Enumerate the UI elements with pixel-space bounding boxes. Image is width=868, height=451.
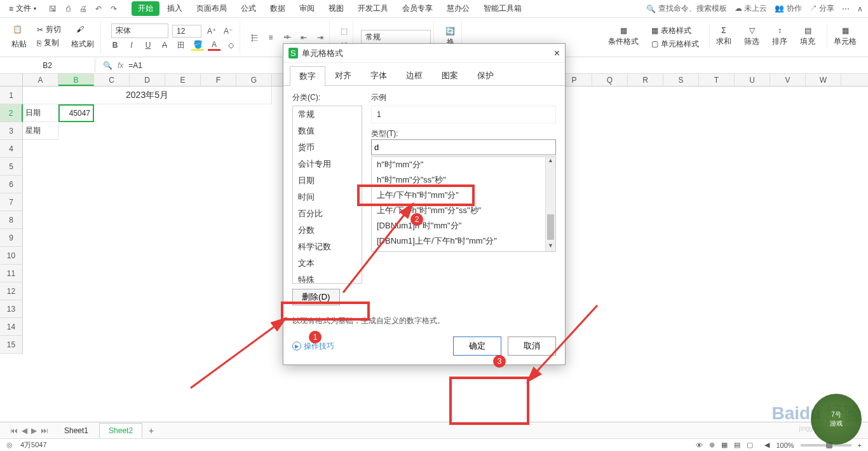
paste-button[interactable]: 📋 粘贴	[8, 24, 31, 51]
table-style-button[interactable]: ▦表格样式	[649, 25, 702, 37]
tips-link[interactable]: ▶ 操作技巧	[292, 341, 334, 352]
row-header[interactable]: 15	[0, 336, 23, 354]
cell-title[interactable]: 2023年5月	[23, 87, 272, 104]
type-input[interactable]	[371, 139, 556, 155]
col-header[interactable]: R	[628, 74, 663, 86]
collapse-icon[interactable]: ∧	[857, 4, 863, 13]
sheet-nav-first-icon[interactable]: ⏮	[10, 426, 18, 435]
category-item[interactable]: 分数	[293, 222, 362, 239]
row-header[interactable]: 9	[0, 229, 23, 247]
scroll-thumb[interactable]	[547, 214, 554, 240]
row-header[interactable]: 13	[0, 300, 23, 318]
category-item[interactable]: 时间	[293, 189, 362, 205]
row-header[interactable]: 11	[0, 265, 23, 282]
col-header[interactable]: W	[806, 74, 841, 86]
italic-icon[interactable]: I	[125, 39, 138, 51]
formula-input[interactable]: =A1	[128, 61, 142, 70]
row-header[interactable]: 12	[0, 282, 23, 300]
row-header[interactable]: 1	[0, 87, 23, 104]
view-custom-icon[interactable]: ▢	[747, 441, 753, 449]
category-item[interactable]: 数值	[293, 123, 362, 139]
coop-button[interactable]: 👥 协作	[775, 3, 801, 14]
format-item[interactable]: h"时"mm"分"ss"秒"	[372, 172, 555, 188]
view-page-icon[interactable]: ▤	[734, 441, 740, 449]
select-all-corner[interactable]	[0, 74, 23, 86]
cell[interactable]: 星期	[23, 122, 58, 140]
category-item[interactable]: 日期	[293, 172, 362, 189]
cell[interactable]: 日期	[23, 104, 58, 122]
dialog-tab-number[interactable]: 数字	[290, 66, 325, 86]
sheet-nav-prev-icon[interactable]: ◀	[22, 426, 27, 435]
bold-icon[interactable]: B	[109, 39, 121, 51]
row-header[interactable]: 7	[0, 193, 23, 211]
col-header[interactable]: U	[735, 74, 770, 86]
scroll-down-icon[interactable]: ▼	[546, 242, 555, 251]
format-item[interactable]: 上午/下午h"时"mm"分"ss"秒"	[372, 203, 555, 218]
col-header[interactable]: S	[663, 74, 699, 86]
row-header[interactable]: 4	[0, 140, 23, 158]
ok-button[interactable]: 确定	[453, 337, 501, 356]
category-item[interactable]: 常规	[293, 106, 362, 123]
decrease-font-icon[interactable]: A⁻	[222, 25, 234, 37]
tab-data[interactable]: 数据	[264, 1, 292, 16]
font-name-select[interactable]: 宋体	[111, 24, 168, 38]
border-icon[interactable]: 田	[175, 39, 187, 51]
cond-format-button[interactable]: ▦条件格式	[604, 25, 642, 50]
row-header[interactable]: 3	[0, 122, 23, 140]
cut-button[interactable]: ✂剪切	[34, 24, 64, 36]
name-box[interactable]: B2	[0, 59, 95, 72]
dialog-tab-pattern[interactable]: 图案	[432, 66, 468, 85]
col-header[interactable]: G	[236, 74, 272, 86]
sheet-tab[interactable]: Sheet2	[99, 423, 142, 438]
tab-member[interactable]: 会员专享	[396, 1, 439, 16]
dialog-tab-font[interactable]: 字体	[361, 66, 397, 85]
category-item[interactable]: 会计专用	[293, 156, 362, 172]
category-list[interactable]: 常规 数值 货币 会计专用 日期 时间 百分比 分数 科学记数 文本 特殊 自定…	[292, 106, 362, 284]
clear-format-icon[interactable]: ◇	[224, 39, 237, 51]
sheet-tab[interactable]: Sheet1	[55, 423, 98, 438]
share-button[interactable]: ↗ 分享	[810, 3, 834, 14]
dialog-tab-border[interactable]: 边框	[397, 66, 432, 85]
format-painter-button[interactable]: 🖌 格式刷	[67, 24, 98, 51]
format-list[interactable]: h"时"mm"分" h"时"mm"分"ss"秒" 上午/下午h"时"mm"分" …	[371, 156, 556, 252]
more-icon[interactable]: ⋯	[842, 4, 850, 13]
format-item[interactable]: [DBNum1]上午/下午h"时"mm"分"	[372, 233, 555, 249]
sheet-nav-next-icon[interactable]: ▶	[31, 426, 37, 435]
format-item[interactable]: [DBNum1]h"时"mm"分"	[372, 218, 555, 233]
zoom-lens-icon[interactable]: 🔍	[103, 61, 112, 70]
scroll-up-icon[interactable]: ▲	[546, 157, 555, 166]
format-item[interactable]: @	[372, 249, 555, 252]
indent-inc-icon[interactable]: ⇥	[314, 32, 327, 43]
close-icon[interactable]: ×	[554, 48, 560, 59]
tab-view[interactable]: 视图	[322, 1, 350, 16]
save-icon[interactable]: 🖫	[48, 4, 58, 14]
focus-icon[interactable]: ⊕	[709, 441, 715, 449]
undo-icon[interactable]: ↶	[93, 4, 104, 14]
strike-icon[interactable]: A	[158, 39, 171, 51]
col-header[interactable]: C	[94, 74, 130, 86]
cell-ops-button[interactable]: ▦单元格	[830, 25, 860, 48]
align-bottom-icon[interactable]: ⬲	[281, 32, 294, 43]
scrollbar[interactable]: ▲ ▼	[545, 157, 555, 251]
delete-format-button[interactable]: 删除(D)	[292, 289, 340, 305]
col-header[interactable]: T	[699, 74, 735, 86]
active-cell[interactable]: 45047	[58, 104, 94, 122]
view-normal-icon[interactable]: ▦	[721, 441, 728, 449]
zoom-in-icon[interactable]: +	[858, 441, 862, 449]
cloud-status[interactable]: ☁ 未上云	[735, 3, 767, 14]
dialog-tab-align[interactable]: 对齐	[325, 66, 361, 85]
category-item[interactable]: 货币	[293, 139, 362, 156]
category-item[interactable]: 文本	[293, 255, 362, 272]
fx-icon[interactable]: fx	[118, 61, 123, 70]
format-item[interactable]: h"时"mm"分"	[372, 157, 555, 172]
fill-button[interactable]: ▤填充	[796, 25, 819, 48]
tab-huiban[interactable]: 慧办公	[440, 1, 476, 16]
number-format-select[interactable]: 常规	[361, 30, 431, 45]
command-search[interactable]: 🔍 查找命令、搜索模板	[646, 3, 727, 14]
add-sheet-button[interactable]: +	[144, 426, 159, 436]
col-header[interactable]: A	[23, 74, 58, 86]
dialog-titlebar[interactable]: S 单元格格式 ×	[283, 44, 565, 63]
fill-color-icon[interactable]: 🪣	[191, 39, 204, 51]
tab-devtools[interactable]: 开发工具	[351, 1, 395, 16]
row-header[interactable]: 10	[0, 247, 23, 265]
